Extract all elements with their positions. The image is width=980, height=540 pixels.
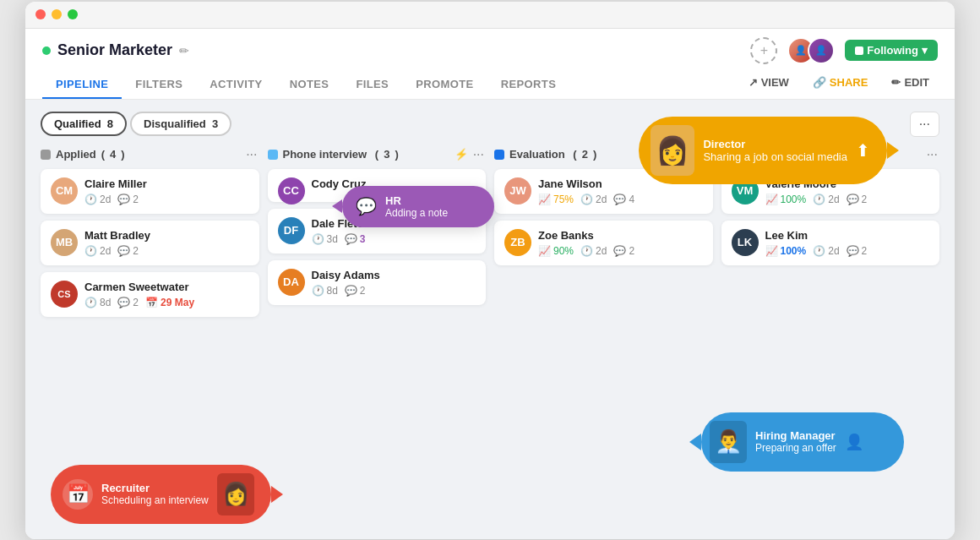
matt-time: 🕐 2d: [84, 245, 111, 257]
hiring-bubble-text: Hiring Manager Preparing an offer: [755, 429, 836, 454]
filter-more-button[interactable]: ···: [910, 112, 939, 137]
header-actions: + 👤 👤 Following ▾: [750, 37, 938, 64]
applied-label: Applied: [56, 148, 96, 161]
lee-comments: 💬 2: [847, 245, 868, 257]
recruiter-person-image: 👩: [217, 473, 254, 515]
carmen-comments: 💬 2: [117, 297, 139, 308]
lee-content: Lee Kim 📈 100% 🕐 2d 💬 2: [765, 229, 930, 257]
edit-label: EDIT: [904, 76, 929, 89]
tab-activity[interactable]: ACTIVITY: [196, 71, 275, 99]
director-bubble: 👩 Director Sharing a job on social media…: [639, 117, 887, 184]
share-label: SHARE: [830, 76, 868, 89]
applied-count: (: [101, 148, 105, 161]
card-matt-bradley[interactable]: MB Matt Bradley 🕐 2d 💬 2: [41, 221, 259, 265]
daisy-avatar: DA: [278, 269, 305, 296]
zoe-avatar: ZB: [504, 229, 531, 256]
tab-promote[interactable]: PROMOTE: [402, 71, 487, 99]
add-collaborator-button[interactable]: +: [750, 37, 777, 64]
close-dot[interactable]: [35, 9, 46, 19]
phone-count: (: [372, 148, 378, 161]
view-button[interactable]: ↗ VIEW: [740, 72, 798, 93]
column-applied: Applied (4) ··· CM Claire Miller 🕐 2d 💬 …: [41, 147, 259, 324]
card-cody-cruz[interactable]: CC Cody Cruz 💬 HR Adding a note: [268, 169, 487, 202]
view-label: VIEW: [761, 76, 789, 89]
card-carmen-sweetwater[interactable]: CS Carmen Sweetwater 🕐 8d 💬 2 📅 29 May: [41, 272, 259, 317]
director-person-image: 👩: [651, 125, 694, 176]
calendar-icon: 📅: [63, 479, 93, 510]
phone-label: Phone interview: [283, 148, 368, 161]
card-daisy-adams[interactable]: DA Daisy Adams 🕐 8d 💬 2: [268, 260, 487, 305]
offer-more-button[interactable]: ···: [925, 147, 939, 162]
matt-content: Matt Bradley 🕐 2d 💬 2: [84, 229, 249, 257]
hr-bubble: 💬 HR Adding a note: [342, 186, 494, 227]
carmen-name: Carmen Sweetwater: [84, 281, 249, 293]
tab-pipeline[interactable]: PIPELINE: [42, 71, 122, 99]
avatar-group: 👤 👤: [787, 37, 835, 64]
lee-name: Lee Kim: [765, 229, 930, 242]
chevron-down-icon: ▾: [922, 44, 928, 57]
matt-comments: 💬 2: [117, 245, 139, 257]
claire-comments: 💬 2: [117, 194, 139, 205]
following-button[interactable]: Following ▾: [845, 40, 938, 61]
tab-notes[interactable]: NOTES: [276, 71, 343, 99]
hr-role: HR: [385, 194, 448, 207]
title-edit-icon[interactable]: ✏: [179, 44, 189, 57]
valerie-meta: 📈 100% 🕐 2d 💬 2: [765, 194, 930, 205]
director-bubble-text: Director Sharing a job on social media: [703, 138, 847, 163]
recruiter-action: Scheduling an interview: [101, 494, 209, 506]
share-bubble-icon: ⬆: [856, 140, 870, 161]
claire-time: 🕐 2d: [84, 194, 111, 205]
cody-avatar: CC: [278, 177, 305, 205]
valerie-score: 📈 100%: [765, 194, 807, 205]
maximize-dot[interactable]: [68, 9, 78, 19]
nav-tabs: PIPELINE FILTERS ACTIVITY NOTES FILES PR…: [42, 71, 569, 99]
carmen-date: 📅 29 May: [145, 297, 194, 308]
share-icon: 🔗: [813, 76, 826, 89]
matt-meta: 🕐 2d 💬 2: [84, 245, 249, 257]
qualified-filter[interactable]: Qualified 8: [41, 112, 127, 136]
lee-time: 🕐 2d: [813, 245, 839, 257]
jane-score: 📈 75%: [538, 194, 574, 205]
tab-reports[interactable]: REPORTS: [487, 71, 570, 99]
offer-col-actions: ···: [925, 147, 939, 162]
recruiter-bubble-text: Recruiter Scheduling an interview: [101, 482, 209, 506]
recruiter-bubble: 📅 Recruiter Scheduling an interview 👩: [51, 465, 271, 524]
disqualified-filter[interactable]: Disqualified 3: [130, 112, 231, 136]
app-window: Senior Marketer ✏ + 👤 👤 Following ▾: [25, 2, 955, 539]
daisy-meta: 🕐 8d 💬 2: [312, 285, 476, 297]
dale-time: 🕐 3d: [312, 233, 338, 245]
zoe-score: 📈 90%: [538, 245, 574, 257]
tab-files[interactable]: FILES: [342, 71, 402, 99]
chat-icon: 💬: [356, 196, 377, 216]
evaluation-label: Evaluation: [509, 148, 565, 161]
dale-comments: 💬 3: [345, 233, 366, 245]
applied-more-button[interactable]: ···: [244, 147, 259, 162]
valerie-time: 🕐 2d: [813, 194, 839, 205]
qualified-label: Qualified: [54, 117, 101, 130]
daisy-comments: 💬 2: [345, 285, 366, 297]
nav-row: PIPELINE FILTERS ACTIVITY NOTES FILES PR…: [42, 71, 938, 99]
hr-action: Adding a note: [385, 207, 448, 219]
carmen-content: Carmen Sweetwater 🕐 8d 💬 2 📅 29 May: [84, 281, 249, 308]
phone-more-button[interactable]: ···: [471, 147, 486, 162]
hiring-action: Preparing an offer: [755, 442, 836, 454]
valerie-comments: 💬 2: [847, 194, 868, 205]
zoe-content: Zoe Banks 📈 90% 🕐 2d 💬 2: [538, 229, 703, 257]
minimize-dot[interactable]: [52, 9, 62, 19]
hiring-role: Hiring Manager: [755, 429, 836, 442]
jane-time: 🕐 2d: [580, 194, 607, 205]
column-phone-header: Phone interview (3) ⚡ ···: [268, 147, 487, 162]
hiring-person-image: 👨‍💼: [710, 421, 747, 463]
edit-button[interactable]: ✏ EDIT: [883, 72, 938, 93]
tab-filters[interactable]: FILTERS: [122, 71, 196, 99]
director-action: Sharing a job on social media: [703, 150, 847, 163]
share-button[interactable]: 🔗 SHARE: [804, 72, 877, 93]
card-zoe-banks[interactable]: ZB Zoe Banks 📈 90% 🕐 2d 💬 2: [494, 221, 713, 265]
header-top: Senior Marketer ✏ + 👤 👤 Following ▾: [42, 37, 938, 64]
nav-right-actions: ↗ VIEW 🔗 SHARE ✏ EDIT: [740, 72, 938, 98]
card-lee-kim[interactable]: LK Lee Kim 📈 100% 🕐 2d 💬 2: [721, 221, 940, 265]
card-claire-miller[interactable]: CM Claire Miller 🕐 2d 💬 2: [41, 169, 259, 214]
lee-score: 📈 100%: [765, 245, 807, 257]
dale-meta: 🕐 3d 💬 3: [312, 233, 476, 245]
column-applied-header: Applied (4) ···: [41, 147, 259, 162]
